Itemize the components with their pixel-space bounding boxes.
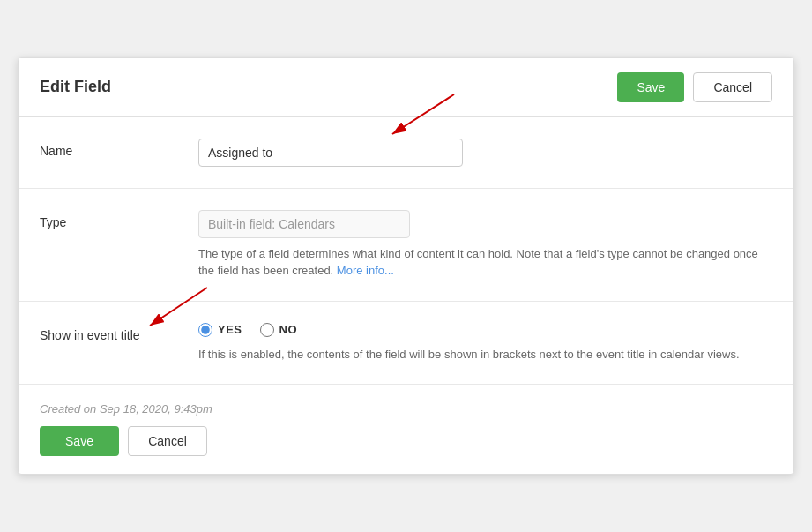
- edit-field-modal: Edit Field Save Cancel Name: [18, 57, 794, 476]
- radio-no-label: NO: [279, 323, 298, 336]
- radio-yes-input[interactable]: [198, 323, 212, 337]
- footer-row: Created on Sep 18, 2020, 9:43pm Save Can…: [19, 385, 793, 474]
- name-content: [198, 139, 772, 167]
- show-event-title-content: YES NO: [198, 323, 772, 363]
- type-label: Type: [40, 210, 198, 229]
- name-input[interactable]: [198, 139, 463, 167]
- type-help-text: The type of a field determines what kind…: [198, 245, 772, 280]
- header-cancel-button[interactable]: Cancel: [693, 72, 772, 102]
- more-info-link[interactable]: More info...: [337, 264, 394, 277]
- name-row: Name: [19, 117, 793, 189]
- radio-no-input[interactable]: [260, 323, 274, 337]
- type-input: [198, 210, 410, 238]
- modal-title: Edit Field: [40, 78, 111, 96]
- radio-no-option[interactable]: NO: [260, 323, 298, 337]
- show-event-title-label: Show in event title: [40, 323, 198, 342]
- show-event-title-row: Show in event title YES NO: [19, 302, 793, 386]
- header-save-button[interactable]: Save: [617, 72, 684, 102]
- modal-body: Name Type: [19, 117, 793, 475]
- footer-actions: Save Cancel: [40, 426, 772, 456]
- type-row: Type The type of a field determines what…: [19, 189, 793, 302]
- footer-save-button[interactable]: Save: [40, 426, 119, 456]
- type-content: The type of a field determines what kind…: [198, 210, 772, 280]
- modal-header: Edit Field Save Cancel: [19, 58, 793, 117]
- event-title-help-text: If this is enabled, the contents of the …: [198, 346, 772, 363]
- footer-cancel-button[interactable]: Cancel: [128, 426, 207, 456]
- created-text: Created on Sep 18, 2020, 9:43pm: [40, 402, 772, 416]
- radio-yes-option[interactable]: YES: [198, 323, 242, 337]
- name-label: Name: [40, 139, 198, 158]
- radio-group: YES NO: [198, 323, 297, 337]
- radio-yes-label: YES: [218, 323, 242, 336]
- header-actions: Save Cancel: [617, 72, 772, 102]
